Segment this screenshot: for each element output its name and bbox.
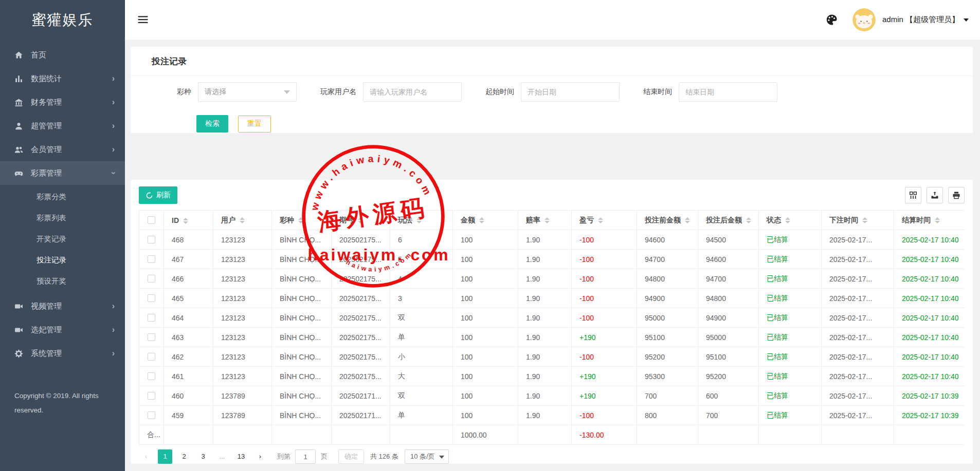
sort-icon[interactable]: [935, 217, 940, 223]
sort-icon[interactable]: [862, 217, 867, 223]
row-checkbox[interactable]: [148, 333, 155, 341]
sort-icon[interactable]: [598, 217, 603, 223]
jump-confirm-button[interactable]: 确定: [338, 449, 364, 464]
column-header-profit[interactable]: 盈亏: [572, 211, 637, 230]
sidebar-item-label: 超管管理: [31, 121, 62, 131]
sort-icon[interactable]: [358, 217, 363, 223]
sort-icon[interactable]: [479, 217, 484, 223]
row-checkbox[interactable]: [148, 392, 155, 400]
print-button[interactable]: [948, 187, 965, 203]
column-header-amount[interactable]: 金额: [453, 211, 518, 230]
next-page-button[interactable]: ›: [253, 449, 267, 464]
column-header-issue[interactable]: 期号: [332, 211, 390, 230]
sidebar-item-concubine[interactable]: 选妃管理›: [0, 318, 125, 342]
chevron-right-icon: ›: [112, 121, 115, 130]
page-button-2[interactable]: 2: [177, 449, 191, 464]
sort-icon[interactable]: [416, 217, 422, 223]
menu-toggle-icon[interactable]: [137, 14, 150, 26]
sort-icon[interactable]: [183, 218, 188, 224]
cell-lottery: BÌNH CHỌ...: [272, 250, 332, 269]
table-row: 468123123BÌNH CHỌ...202502175...61001.90…: [139, 230, 965, 250]
sidebar-item-lottery-list[interactable]: 彩票列表: [0, 208, 125, 229]
refresh-button[interactable]: 刷新: [139, 186, 177, 204]
table-row: 459123789BÌNH CHỌ...202502171...单1001.90…: [139, 406, 965, 425]
cell-bet_time: 2025-02-17...: [822, 386, 894, 406]
sort-icon[interactable]: [298, 217, 303, 223]
row-checkbox[interactable]: [148, 353, 155, 361]
sidebar-item-members[interactable]: 会员管理›: [0, 138, 125, 161]
sort-icon[interactable]: [746, 217, 751, 223]
start-date-input[interactable]: [521, 82, 620, 102]
sidebar-item-video[interactable]: 视频管理›: [0, 294, 125, 318]
column-header-id[interactable]: ID: [164, 211, 213, 230]
column-header-settle_time[interactable]: 结算时间: [894, 211, 965, 230]
jump-page-input[interactable]: [295, 449, 316, 464]
sort-icon[interactable]: [240, 217, 245, 223]
column-header-odds[interactable]: 赔率: [518, 211, 572, 230]
cell-user: 123123: [213, 367, 272, 386]
sort-icon[interactable]: [545, 217, 550, 223]
column-header-before_amount[interactable]: 投注前金额: [637, 211, 698, 230]
per-page-select[interactable]: 10 条/页: [405, 449, 449, 464]
sidebar-item-system[interactable]: 系统管理›: [0, 342, 125, 365]
sort-icon[interactable]: [685, 217, 690, 223]
column-header-status[interactable]: 状态: [759, 211, 822, 230]
column-header-lottery[interactable]: 彩种: [272, 211, 332, 230]
select-all-checkbox[interactable]: [148, 216, 155, 224]
sidebar-item-lottery[interactable]: 彩票管理›: [0, 161, 125, 185]
sidebar-item-draw-records[interactable]: 开奖记录: [0, 229, 125, 250]
filter-columns-button[interactable]: [905, 187, 921, 203]
lottery-type-select[interactable]: 请选择: [198, 82, 297, 102]
column-header-bet_time[interactable]: 下注时间: [822, 211, 894, 230]
column-header-after_amount[interactable]: 投注后金额: [698, 211, 759, 230]
chevron-down-icon: [964, 18, 969, 22]
search-button[interactable]: 检索: [196, 115, 228, 133]
sidebar-item-stats[interactable]: 数据统计›: [0, 67, 125, 90]
user-menu[interactable]: admin 【超级管理员】: [882, 15, 969, 25]
summary-cell-odds: [518, 425, 572, 445]
cell-lottery: BÌNH CHỌ...: [272, 230, 332, 250]
table-row: 462123123BÌNH CHỌ...202502175...小1001.90…: [139, 347, 965, 367]
reset-button[interactable]: 重置: [238, 116, 271, 133]
row-checkbox[interactable]: [148, 236, 155, 243]
cell-profit: -100: [572, 250, 637, 269]
page-button-13[interactable]: 13: [234, 449, 248, 464]
prev-page-button[interactable]: ‹: [139, 449, 153, 464]
cell-checkbox: [139, 269, 164, 289]
cell-amount: 100: [453, 230, 518, 250]
sidebar-item-label: 视频管理: [31, 302, 62, 311]
page-button-1[interactable]: 1: [158, 449, 172, 464]
sidebar-item-label: 系统管理: [31, 349, 62, 359]
sort-icon[interactable]: [785, 217, 790, 223]
cell-play: 单: [390, 406, 453, 425]
cell-before_amount: 95200: [637, 347, 698, 367]
sidebar-item-finance[interactable]: 财务管理›: [0, 90, 125, 114]
sidebar-item-lottery-category[interactable]: 彩票分类: [0, 186, 125, 208]
row-checkbox[interactable]: [148, 411, 155, 419]
summary-row: 合...1000.00-130.00: [139, 425, 965, 445]
column-header-play[interactable]: 玩法: [390, 211, 453, 230]
sidebar-item-bet-records[interactable]: 投注记录: [0, 250, 125, 271]
jump-suffix-label: 页: [321, 452, 328, 461]
username-input[interactable]: [363, 82, 462, 102]
export-button[interactable]: [927, 187, 943, 203]
theme-palette-icon[interactable]: [826, 14, 838, 26]
row-checkbox[interactable]: [148, 294, 155, 302]
users-icon: [14, 145, 23, 154]
sidebar-item-admin[interactable]: 超管管理›: [0, 114, 125, 138]
table-row: 461123123BÌNH CHỌ...202502175...大1001.90…: [139, 367, 965, 386]
column-header-user[interactable]: 用户: [213, 211, 272, 230]
row-checkbox[interactable]: [148, 275, 155, 282]
row-checkbox[interactable]: [148, 314, 155, 322]
end-date-input[interactable]: [679, 82, 777, 102]
cell-before_amount: 94800: [637, 269, 698, 289]
cell-checkbox: [139, 230, 164, 250]
toolbar-icons: [900, 187, 965, 203]
lottery-type-label: 彩种: [177, 87, 191, 97]
row-checkbox[interactable]: [148, 255, 155, 263]
sidebar-item-preset-draw[interactable]: 预设开奖: [0, 271, 125, 292]
row-checkbox[interactable]: [148, 372, 155, 380]
sidebar-item-home[interactable]: 首页: [0, 43, 125, 67]
page-button-3[interactable]: 3: [196, 449, 210, 464]
avatar[interactable]: [852, 8, 876, 31]
